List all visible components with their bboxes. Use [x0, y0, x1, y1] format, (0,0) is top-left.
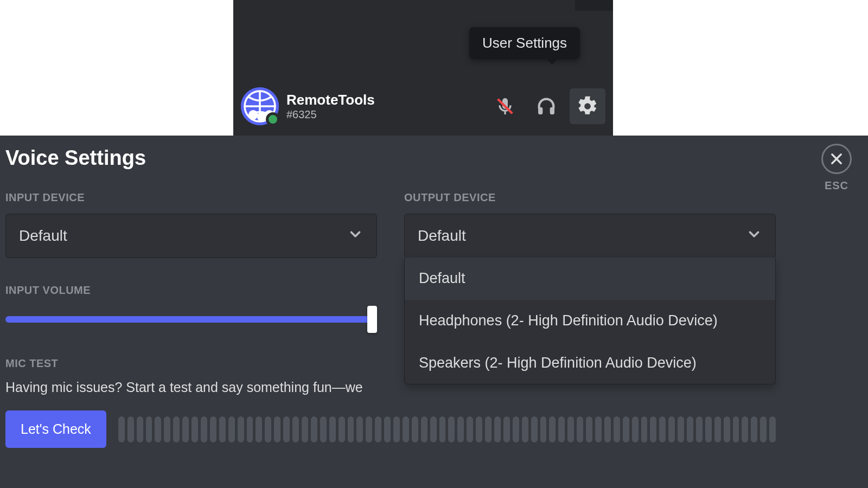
lets-check-button[interactable]: Let's Check	[5, 410, 106, 448]
meter-segment	[155, 416, 161, 442]
meter-segment	[742, 416, 748, 442]
user-settings-button[interactable]	[570, 88, 605, 124]
headphones-icon	[535, 95, 557, 117]
meter-segment	[274, 416, 280, 442]
output-column: OUTPUT DEVICE Default Default Headphones…	[404, 191, 776, 395]
meter-segment	[678, 416, 684, 442]
output-device-select[interactable]: Default	[404, 214, 776, 258]
output-option[interactable]: Default	[405, 258, 775, 300]
meter-segment	[283, 416, 290, 442]
meter-segment	[586, 416, 592, 442]
voice-settings-panel: Voice Settings ESC INPUT DEVICE Default …	[0, 136, 868, 488]
meter-segment	[173, 416, 180, 442]
meter-segment	[457, 416, 464, 442]
meter-segment	[577, 416, 583, 442]
chevron-down-icon	[746, 226, 762, 246]
meter-segment	[366, 416, 372, 442]
output-option[interactable]: Speakers (2- High Definition Audio Devic…	[405, 342, 775, 384]
mic-muted-icon	[494, 95, 516, 117]
meter-segment	[348, 416, 354, 442]
username: RemoteTools	[286, 92, 487, 108]
mic-test-description: Having mic issues? Start a test and say …	[5, 380, 377, 395]
meter-segment	[118, 416, 125, 442]
mic-test-label: MIC TEST	[5, 357, 377, 370]
input-volume-label: INPUT VOLUME	[5, 284, 377, 297]
meter-segment	[659, 416, 666, 442]
meter-segment	[549, 416, 556, 442]
svg-rect-7	[550, 107, 554, 114]
input-device-value: Default	[19, 227, 67, 245]
meter-segment	[292, 416, 299, 442]
meter-segment	[558, 416, 565, 442]
status-online-icon	[266, 112, 280, 126]
close-icon	[829, 151, 844, 166]
meter-segment	[265, 416, 271, 442]
svg-rect-6	[538, 107, 542, 114]
output-device-value: Default	[418, 227, 466, 245]
meter-segment	[164, 416, 170, 442]
meter-segment	[623, 416, 629, 442]
mute-mic-button[interactable]	[487, 88, 523, 124]
meter-segment	[256, 416, 262, 442]
close-block: ESC	[821, 144, 852, 192]
meter-segment	[137, 416, 143, 442]
meter-segment	[448, 416, 455, 442]
meter-segment	[604, 416, 611, 442]
meter-segment	[531, 416, 538, 442]
meter-segment	[238, 416, 244, 442]
svg-point-2	[248, 110, 258, 120]
user-settings-tooltip: User Settings	[469, 27, 580, 59]
user-panel-container: RemoteTools #6325	[233, 0, 613, 136]
meter-segment	[339, 416, 345, 442]
meter-segment	[513, 416, 519, 442]
meter-segment	[375, 416, 381, 442]
meter-segment	[522, 416, 528, 442]
meter-segment	[494, 416, 501, 442]
meter-segment	[430, 416, 437, 442]
input-device-label: INPUT DEVICE	[5, 191, 377, 204]
panel-icon-group	[487, 88, 605, 124]
chevron-down-icon	[347, 226, 363, 246]
meter-segment	[476, 416, 482, 442]
meter-segment	[393, 416, 400, 442]
meter-segment	[311, 416, 317, 442]
meter-segment	[146, 416, 152, 442]
meter-segment	[421, 416, 427, 442]
meter-segment	[127, 416, 134, 442]
input-column: INPUT DEVICE Default INPUT VOLUME MIC TE…	[5, 191, 377, 395]
mic-level-meter	[118, 416, 776, 442]
meter-segment	[760, 416, 767, 442]
meter-segment	[467, 416, 473, 442]
meter-segment	[210, 416, 216, 442]
meter-segment	[769, 416, 776, 442]
output-option[interactable]: Headphones (2- High Definition Audio Dev…	[405, 300, 775, 342]
meter-segment	[182, 416, 189, 442]
slider-track	[5, 316, 377, 323]
meter-segment	[705, 416, 712, 442]
meter-segment	[687, 416, 693, 442]
meter-segment	[485, 416, 492, 442]
meter-segment	[356, 416, 363, 442]
meter-segment	[632, 416, 639, 442]
device-columns: INPUT DEVICE Default INPUT VOLUME MIC TE…	[5, 191, 776, 395]
meter-segment	[503, 416, 510, 442]
panel-top-shadow	[575, 0, 613, 11]
meter-segment	[696, 416, 703, 442]
input-volume-slider[interactable]	[5, 307, 377, 331]
close-button[interactable]	[821, 144, 852, 174]
gear-icon	[577, 95, 598, 117]
esc-label: ESC	[821, 179, 852, 192]
input-device-select[interactable]: Default	[5, 214, 377, 258]
meter-segment	[714, 416, 721, 442]
output-device-dropdown: Default Headphones (2- High Definition A…	[404, 258, 776, 384]
output-device-label: OUTPUT DEVICE	[404, 191, 776, 204]
meter-segment	[412, 416, 418, 442]
deafen-button[interactable]	[528, 88, 564, 124]
meter-segment	[595, 416, 602, 442]
meter-segment	[650, 416, 656, 442]
meter-segment	[439, 416, 446, 442]
avatar[interactable]	[241, 87, 279, 125]
slider-thumb[interactable]	[367, 306, 377, 333]
meter-segment	[540, 416, 547, 442]
user-discriminator: #6325	[286, 108, 487, 121]
